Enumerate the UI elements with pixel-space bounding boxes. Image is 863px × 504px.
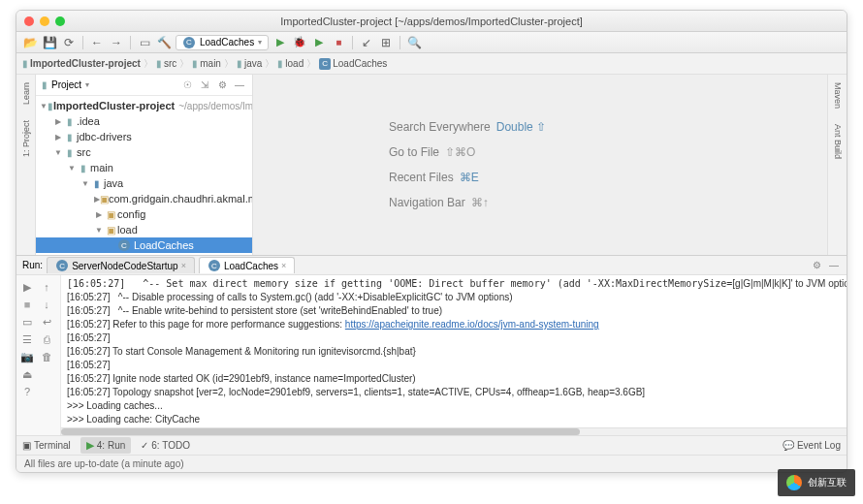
- run-label: Run:: [22, 260, 43, 270]
- vcs-icon[interactable]: ↙: [359, 35, 374, 50]
- gear-icon[interactable]: ⚙: [215, 79, 229, 92]
- search-everywhere-link[interactable]: Double ⇧: [496, 120, 546, 134]
- recent-files-shortcut[interactable]: ⌘E: [460, 171, 479, 184]
- project-panel-header: ▮ Project ▾ ☉ ⇲ ⚙ —: [36, 75, 252, 96]
- traffic-lights: [24, 16, 65, 26]
- save-icon[interactable]: 💾: [42, 35, 57, 50]
- editor-area: Search Everywhere Double ⇧ Go to File ⇧⌘…: [253, 75, 827, 255]
- project-header-label[interactable]: Project: [51, 79, 81, 90]
- watermark-logo: 创新互联: [778, 469, 855, 496]
- search-icon[interactable]: 🔍: [406, 35, 422, 50]
- breadcrumb-root[interactable]: ▮ ImportedCluster-project: [22, 58, 141, 69]
- open-icon[interactable]: 📂: [22, 35, 38, 50]
- help-icon[interactable]: ?: [18, 384, 36, 399]
- down-icon[interactable]: ↓: [38, 297, 55, 312]
- stop-icon[interactable]: ■: [331, 35, 346, 50]
- target-icon[interactable]: ☉: [180, 79, 194, 92]
- ide-window: ImportedCluster-project [~/apps/demos/Im…: [16, 10, 847, 473]
- breadcrumb-item[interactable]: CLoadCaches: [319, 58, 387, 70]
- terminal-tab[interactable]: ▣ Terminal: [22, 440, 71, 451]
- sync-icon[interactable]: ⟳: [61, 35, 77, 50]
- tree-row-root[interactable]: ▼▮ImportedCluster-project~/apps/demos/Im…: [36, 98, 252, 113]
- run-config-label: LoadCaches: [200, 37, 254, 47]
- class-icon: C: [183, 37, 195, 48]
- hide-icon[interactable]: —: [233, 79, 246, 92]
- layout-icon[interactable]: ▭: [18, 314, 36, 330]
- chevron-down-icon: ▾: [258, 38, 262, 47]
- run-header: Run: CServerNodeCodeStartup× CLoadCaches…: [16, 256, 847, 275]
- bottom-tool-tabs: ▣ Terminal ▶ 4: Run ✓ 6: TODO 💬 Event Lo…: [16, 435, 847, 455]
- tree-row[interactable]: ▶▣config: [36, 206, 252, 222]
- maven-tab[interactable]: Maven: [831, 79, 845, 112]
- build-icon[interactable]: ▭: [137, 35, 152, 50]
- hide-icon[interactable]: —: [827, 259, 841, 272]
- folder-icon: ▮: [22, 58, 28, 69]
- breadcrumb-item[interactable]: ▮src: [156, 58, 176, 69]
- project-panel: ▮ Project ▾ ☉ ⇲ ⚙ — ▼▮ImportedCluster-pr…: [36, 75, 253, 255]
- tree-row-selected[interactable]: CLoadCaches: [36, 237, 252, 253]
- minimize-window-button[interactable]: [40, 16, 49, 26]
- chevron-down-icon[interactable]: ▾: [85, 80, 89, 89]
- main-area: Learn 1: Project ▮ Project ▾ ☉ ⇲ ⚙ — ▼▮I…: [16, 75, 847, 255]
- tree-row[interactable]: ▶▮jdbc-drivers: [36, 129, 252, 144]
- stop-icon[interactable]: ■: [18, 297, 36, 312]
- folder-icon: ▮: [42, 79, 48, 90]
- project-tool-tab[interactable]: 1: Project: [19, 116, 33, 161]
- run-tab-loadcaches[interactable]: CLoadCaches×: [199, 257, 295, 273]
- maximize-window-button[interactable]: [55, 16, 65, 26]
- tree-row[interactable]: ▼▮src: [36, 144, 252, 160]
- up-icon[interactable]: ↑: [38, 279, 55, 295]
- status-text: All files are up-to-date (a minute ago): [24, 458, 184, 469]
- collapse-icon[interactable]: ⇲: [198, 79, 211, 92]
- nav-breadcrumb: ▮ ImportedCluster-project 〉 ▮src 〉 ▮main…: [16, 53, 847, 75]
- dump-icon[interactable]: 📷: [18, 349, 36, 364]
- back-icon[interactable]: ←: [89, 35, 105, 50]
- run-tab[interactable]: ▶ 4: Run: [80, 437, 131, 454]
- tree-row[interactable]: ▶▣com.gridgain.chaudhri.akmal.mode: [36, 191, 252, 206]
- filter-icon[interactable]: ☰: [18, 331, 36, 347]
- editor-placeholder: Search Everywhere Double ⇧ Go to File ⇧⌘…: [253, 75, 827, 255]
- print-icon[interactable]: ⎙: [38, 331, 55, 347]
- close-window-button[interactable]: [24, 16, 34, 26]
- structure-icon[interactable]: ⊞: [378, 35, 394, 50]
- run-gutter: ▶↑ ■↓ ▭↩ ☰⎙ 📷🗑 ⏏ ?: [16, 275, 61, 435]
- clear-icon[interactable]: 🗑: [38, 349, 55, 364]
- breadcrumb-item[interactable]: ▮load: [277, 58, 304, 69]
- close-icon[interactable]: ×: [281, 261, 286, 270]
- status-bar: All files are up-to-date (a minute ago): [16, 455, 847, 472]
- goto-file-shortcut[interactable]: ⇧⌘O: [445, 145, 475, 159]
- exit-icon[interactable]: ⏏: [18, 366, 36, 382]
- window-title: ImportedCluster-project [~/apps/demos/Im…: [16, 16, 847, 27]
- forward-icon[interactable]: →: [109, 35, 124, 50]
- event-log-tab[interactable]: 💬 Event Log: [783, 440, 841, 451]
- left-tool-gutter: Learn 1: Project: [16, 75, 36, 255]
- close-icon[interactable]: ×: [181, 261, 186, 270]
- wrap-icon[interactable]: ↩: [38, 314, 55, 330]
- todo-tab[interactable]: ✓ 6: TODO: [141, 440, 190, 451]
- run-icon[interactable]: ▶: [272, 35, 288, 50]
- breadcrumb-item[interactable]: ▮main: [192, 58, 221, 69]
- tree-row[interactable]: ▶▮.idea: [36, 113, 252, 129]
- gear-icon[interactable]: ⚙: [810, 259, 823, 272]
- run-coverage-icon[interactable]: ▶: [311, 35, 327, 50]
- right-tool-gutter: Maven Ant Build: [827, 75, 847, 255]
- console-scrollbar[interactable]: [61, 427, 847, 435]
- tree-row[interactable]: ▼▮java: [36, 175, 252, 191]
- tree-row[interactable]: ▼▮main: [36, 160, 252, 175]
- class-icon: C: [118, 239, 130, 251]
- rerun-icon[interactable]: ▶: [18, 279, 36, 295]
- breadcrumb-item[interactable]: ▮java: [237, 58, 262, 69]
- learn-tab[interactable]: Learn: [19, 79, 33, 109]
- ant-tab[interactable]: Ant Build: [831, 120, 845, 163]
- main-toolbar: 📂 💾 ⟳ ← → ▭ 🔨 C LoadCaches ▾ ▶ 🐞 ▶ ■ ↙ ⊞…: [16, 32, 847, 53]
- run-config-selector[interactable]: C LoadCaches ▾: [176, 35, 269, 50]
- run-tab-server[interactable]: CServerNodeCodeStartup×: [47, 257, 195, 273]
- project-tree[interactable]: ▼▮ImportedCluster-project~/apps/demos/Im…: [36, 96, 252, 255]
- tree-row[interactable]: ▼▣load: [36, 222, 252, 237]
- console-output[interactable]: [16:05:27] ^-- Set max direct memory siz…: [61, 275, 847, 427]
- hammer-icon[interactable]: 🔨: [156, 35, 172, 50]
- scrollbar-thumb[interactable]: [61, 428, 580, 435]
- navbar-shortcut[interactable]: ⌘↑: [471, 196, 489, 209]
- debug-icon[interactable]: 🐞: [292, 35, 307, 50]
- run-tool-window: Run: CServerNodeCodeStartup× CLoadCaches…: [16, 255, 847, 435]
